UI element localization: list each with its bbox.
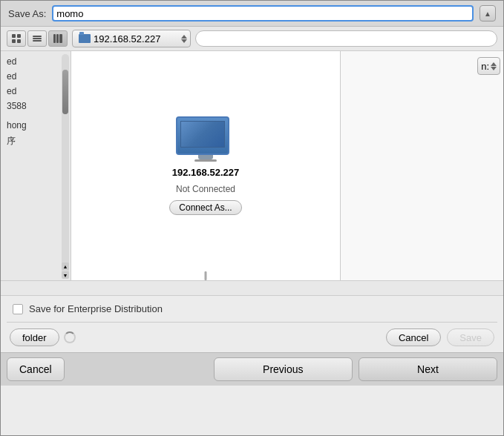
list-view-icon: [32, 33, 42, 44]
svg-rect-7: [53, 34, 56, 43]
location-dropdown[interactable]: 192.168.52.227: [72, 30, 191, 47]
sidebar-scrollbar[interactable]: [62, 54, 69, 277]
grid-view-icon: [11, 33, 22, 44]
sidebar-item-6[interactable]: hong: [1, 118, 71, 133]
enterprise-checkbox[interactable]: [13, 304, 23, 314]
right-dropdown-arrows-icon: [491, 62, 497, 70]
column-resize-handle[interactable]: [205, 271, 207, 280]
main-content-area: ed ed ed 3588 hong 序 ▲ ▼: [1, 51, 503, 281]
view-buttons: [7, 30, 68, 47]
sidebar: ed ed ed 3588 hong 序 ▲ ▼: [1, 51, 71, 280]
sidebar-item-4[interactable]: 3588: [1, 99, 71, 113]
connect-as-button[interactable]: Connect As...: [169, 200, 241, 215]
action-left-group: folder: [10, 328, 76, 346]
right-panel-dropdown-label: n:: [481, 61, 489, 72]
svg-rect-1: [17, 34, 21, 38]
cancel-dialog-button[interactable]: Cancel: [386, 328, 441, 346]
view-icon-button[interactable]: [7, 30, 26, 47]
save-as-bar: Save As: ▲: [1, 1, 503, 27]
view-list-button[interactable]: [27, 30, 47, 47]
monitor-screen: [180, 121, 225, 148]
monitor-base: [194, 159, 217, 162]
sidebar-scroll-down-button[interactable]: ▼: [62, 271, 69, 279]
expand-button[interactable]: ▲: [480, 5, 496, 22]
svg-rect-6: [33, 40, 42, 42]
search-input[interactable]: [195, 30, 497, 47]
previous-button[interactable]: Previous: [214, 357, 353, 381]
file-column: 192.168.52.227 Not Connected Connect As.…: [71, 51, 340, 280]
svg-rect-2: [12, 39, 16, 43]
sidebar-item-2[interactable]: ed: [1, 69, 71, 84]
checkbox-row: Save for Enterprise Distribution: [1, 296, 503, 322]
save-as-input[interactable]: [52, 5, 474, 22]
location-text: 192.168.52.227: [94, 33, 178, 44]
enterprise-checkbox-label: Save for Enterprise Distribution: [29, 303, 163, 314]
view-column-button[interactable]: [48, 30, 68, 47]
computer-file-icon: [176, 116, 235, 161]
sidebar-item-7[interactable]: 序: [1, 133, 71, 150]
file-item-name: 192.168.52.227: [172, 167, 239, 178]
action-buttons-row: folder Cancel Save: [1, 323, 503, 352]
right-panel: n:: [340, 51, 503, 280]
svg-rect-4: [33, 36, 42, 37]
right-panel-dropdown[interactable]: n:: [477, 57, 500, 75]
dropdown-arrows-icon: [181, 35, 187, 43]
file-item-status: Not Connected: [176, 184, 235, 194]
svg-rect-8: [56, 34, 59, 43]
svg-rect-3: [17, 39, 21, 43]
main-window: Save As: ▲: [0, 0, 504, 436]
sidebar-list: ed ed ed 3588 hong 序: [1, 51, 71, 280]
loading-spinner: [64, 331, 76, 343]
file-browser-area: 192.168.52.227 Not Connected Connect As.…: [71, 51, 340, 280]
save-as-label: Save As:: [8, 8, 46, 19]
new-folder-button[interactable]: folder: [10, 328, 59, 346]
svg-rect-9: [59, 34, 62, 43]
next-button[interactable]: Next: [359, 357, 497, 381]
column-view-icon: [53, 33, 63, 44]
svg-rect-0: [12, 34, 16, 38]
main-bottom-bar: [1, 281, 503, 296]
sidebar-scrollbar-thumb[interactable]: [62, 70, 68, 114]
nav-row: Cancel Previous Next: [1, 352, 503, 386]
cancel-nav-button[interactable]: Cancel: [7, 357, 65, 381]
sidebar-item-1[interactable]: ed: [1, 54, 71, 69]
save-button[interactable]: Save: [447, 328, 494, 346]
expand-arrow-icon: ▲: [484, 10, 491, 18]
toolbar-row: 192.168.52.227: [1, 27, 503, 51]
svg-rect-5: [33, 38, 42, 39]
monitor-body: [176, 116, 229, 155]
network-location-icon: [79, 34, 91, 43]
action-right-group: Cancel Save: [386, 328, 494, 346]
sidebar-item-3[interactable]: ed: [1, 84, 71, 99]
sidebar-scroll-up-button[interactable]: ▲: [62, 262, 69, 270]
